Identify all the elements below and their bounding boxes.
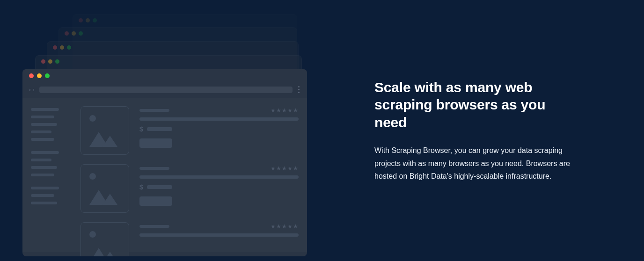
nav-forward-icon: ›: [33, 87, 35, 93]
window-zoom-dot: [67, 45, 71, 50]
sidebar-group: [31, 151, 68, 176]
skeleton-line: [31, 138, 54, 141]
skeleton-line: [139, 225, 169, 228]
product-card-skeleton: ★★★★★: [80, 222, 299, 256]
skeleton-line: [139, 233, 299, 237]
skeleton-line: [31, 151, 59, 154]
window-titlebar: [22, 69, 307, 82]
skeleton-line: [31, 187, 59, 189]
star-rating-icon: ★★★★★: [271, 165, 299, 172]
skeleton-line: [139, 117, 299, 121]
image-placeholder-icon: [80, 222, 129, 256]
window-minimize-dot: [86, 18, 90, 22]
skeleton-line: [31, 123, 57, 126]
kebab-menu-icon: [297, 86, 300, 93]
image-placeholder-icon: [80, 164, 129, 213]
star-rating-icon: ★★★★★: [271, 107, 299, 114]
window-minimize-dot: [48, 59, 52, 64]
browser-toolbar: ‹ ›: [22, 82, 307, 98]
window-zoom-dot: [45, 73, 50, 78]
price-symbol: $: [139, 125, 143, 133]
section-headline: Scale with as many web scraping browsers…: [374, 79, 580, 131]
skeleton-line: [31, 174, 54, 176]
skeleton-line: [31, 130, 51, 133]
window-close-dot: [65, 31, 69, 36]
product-card-skeleton: ★★★★★ $: [80, 164, 299, 213]
sidebar-group: [31, 187, 68, 204]
skeleton-line: [31, 202, 57, 204]
skeleton-line: [147, 185, 172, 189]
window-minimize-dot: [72, 31, 76, 36]
product-card-skeleton: ★★★★★ $: [80, 106, 299, 155]
product-list-skeleton: ★★★★★ $: [80, 106, 299, 252]
skeleton-line: [139, 175, 299, 179]
star-rating-icon: ★★★★★: [271, 223, 299, 230]
section-description: With Scraping Browser, you can grow your…: [374, 144, 571, 182]
skeleton-line: [139, 167, 169, 170]
skeleton-line: [31, 166, 57, 169]
skeleton-line: [31, 159, 51, 161]
window-minimize-dot: [60, 45, 64, 50]
window-minimize-dot: [37, 73, 42, 78]
price-symbol: $: [139, 183, 143, 191]
skeleton-line: [31, 116, 54, 118]
text-content: Scale with as many web scraping browsers…: [328, 79, 608, 182]
page-skeleton-content: ★★★★★ $: [22, 98, 307, 252]
sidebar-group: [31, 108, 68, 141]
nav-arrows: ‹ ›: [29, 87, 35, 93]
sidebar-skeleton: [31, 106, 68, 252]
window-close-dot: [79, 18, 83, 22]
button-placeholder: [139, 138, 172, 148]
browser-stack-illustration: ‹ ›: [0, 0, 328, 261]
skeleton-line: [147, 127, 172, 131]
address-bar-placeholder: [39, 87, 293, 93]
main-browser-window: ‹ ›: [22, 69, 307, 256]
button-placeholder: [139, 196, 172, 206]
window-zoom-dot: [93, 18, 97, 22]
skeleton-line: [139, 109, 169, 112]
window-zoom-dot: [55, 59, 59, 64]
nav-back-icon: ‹: [29, 87, 31, 93]
window-close-dot: [53, 45, 57, 50]
skeleton-line: [31, 194, 54, 197]
image-placeholder-icon: [80, 106, 129, 155]
window-zoom-dot: [79, 31, 83, 36]
window-close-dot: [41, 59, 45, 64]
skeleton-line: [31, 108, 59, 111]
window-close-dot: [29, 73, 34, 78]
